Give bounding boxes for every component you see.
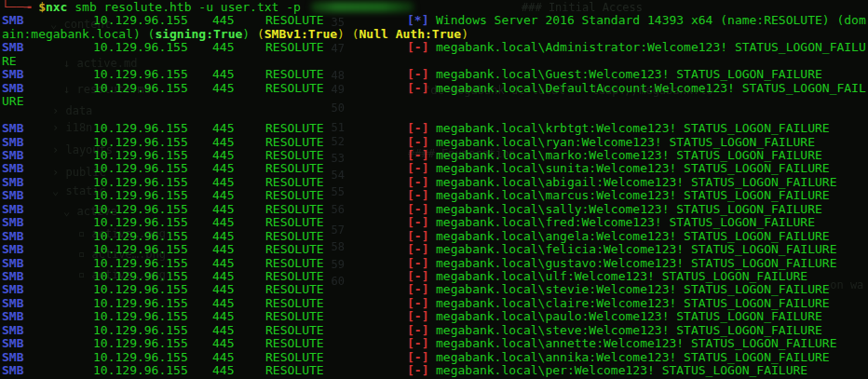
terminal-line: SMB10.129.96.155445RESOLUTE[-]megabank.l… bbox=[0, 337, 868, 351]
target-port: 445 bbox=[212, 230, 234, 243]
status-flag-icon: [*] bbox=[407, 14, 428, 27]
logon-failure-message: megabank.local\abigail:Welcome123! STATU… bbox=[436, 176, 836, 189]
terminal-line: SMB10.129.96.155445RESOLUTE[-]megabank.l… bbox=[0, 216, 868, 230]
smb-protocol-label: SMB bbox=[2, 189, 23, 202]
status-flag-icon: [-] bbox=[407, 270, 428, 283]
logon-failure-message: megabank.local\DefaultAccount:Welcome123… bbox=[436, 82, 866, 95]
target-port: 445 bbox=[212, 122, 234, 135]
terminal-line: SMB10.129.96.155445RESOLUTE[-]megabank.l… bbox=[0, 364, 868, 378]
target-port: 445 bbox=[212, 216, 234, 229]
terminal-line: URE bbox=[0, 95, 868, 109]
target-hostname: RESOLUTE bbox=[265, 337, 324, 350]
target-hostname: RESOLUTE bbox=[265, 68, 324, 81]
smb-protocol-label: SMB bbox=[2, 310, 23, 323]
wrapped-continuation: RE bbox=[2, 55, 17, 68]
logon-failure-message: megabank.local\marcus:Welcome123! STATUS… bbox=[436, 189, 830, 202]
target-hostname: RESOLUTE bbox=[265, 149, 324, 162]
terminal-window[interactable]: ### Initial Access ⌄ content↓ active.md↓… bbox=[0, 0, 868, 379]
target-hostname: RESOLUTE bbox=[265, 136, 324, 149]
target-hostname: RESOLUTE bbox=[265, 364, 324, 377]
shell-prompt: └──╼ $nxc smb resolute.htb -u user.txt -… bbox=[2, 1, 414, 14]
prompt-tail-icon: └──╼ bbox=[2, 0, 38, 14]
target-port: 445 bbox=[212, 68, 234, 81]
smb-protocol-label: SMB bbox=[2, 176, 23, 189]
target-ip: 10.129.96.155 bbox=[93, 324, 188, 337]
target-port: 445 bbox=[212, 243, 234, 256]
target-ip: 10.129.96.155 bbox=[93, 310, 188, 323]
host-info-segment: signing:True bbox=[155, 27, 242, 41]
terminal-line: SMB10.129.96.155445RESOLUTE[-]megabank.l… bbox=[0, 243, 868, 257]
target-ip: 10.129.96.155 bbox=[93, 297, 188, 310]
host-info-segment: Null Auth:True bbox=[359, 27, 462, 41]
host-info-message: Windows Server 2016 Standard 14393 x64 (… bbox=[436, 14, 866, 27]
prompt-dollar: $ bbox=[38, 0, 46, 14]
status-flag-icon: [-] bbox=[407, 310, 428, 323]
target-ip: 10.129.96.155 bbox=[93, 364, 188, 377]
target-hostname: RESOLUTE bbox=[265, 283, 324, 296]
status-flag-icon: [-] bbox=[407, 324, 428, 337]
target-ip: 10.129.96.155 bbox=[93, 41, 188, 54]
target-hostname: RESOLUTE bbox=[265, 230, 324, 243]
target-port: 445 bbox=[212, 310, 234, 323]
logon-failure-message: megabank.local\felicia:Welcome123! STATU… bbox=[436, 243, 836, 256]
terminal-line: SMB10.129.96.155445RESOLUTE[-]megabank.l… bbox=[0, 82, 868, 96]
logon-failure-message: megabank.local\angela:Welcome123! STATUS… bbox=[436, 230, 830, 243]
wrapped-continuation: URE bbox=[2, 95, 23, 108]
smb-protocol-label: SMB bbox=[2, 364, 23, 377]
logon-failure-message: megabank.local\stevie:Welcome123! STATUS… bbox=[436, 283, 830, 296]
logon-failure-message: megabank.local\ryan:Welcome123! STATUS_L… bbox=[436, 136, 815, 149]
target-ip: 10.129.96.155 bbox=[93, 243, 188, 256]
target-hostname: RESOLUTE bbox=[265, 243, 324, 256]
host-info-wrap: ain:megabank.local) (signing:True) (SMBv… bbox=[2, 28, 468, 41]
logon-failure-message: megabank.local\Guest:Welcome123! STATUS_… bbox=[436, 68, 822, 81]
status-flag-icon: [-] bbox=[407, 230, 428, 243]
target-hostname: RESOLUTE bbox=[265, 270, 324, 283]
target-port: 445 bbox=[212, 82, 234, 95]
target-ip: 10.129.96.155 bbox=[93, 176, 188, 189]
target-port: 445 bbox=[212, 149, 234, 162]
command-name: nxc bbox=[46, 0, 67, 14]
target-hostname: RESOLUTE bbox=[265, 203, 324, 216]
smb-protocol-label: SMB bbox=[2, 122, 23, 135]
target-port: 445 bbox=[212, 337, 234, 350]
status-flag-icon: [-] bbox=[407, 364, 428, 377]
target-ip: 10.129.96.155 bbox=[93, 149, 188, 162]
status-flag-icon: [-] bbox=[407, 122, 428, 135]
smb-protocol-label: SMB bbox=[2, 324, 23, 337]
logon-failure-message: megabank.local\per:Welcome123! STATUS_LO… bbox=[436, 364, 807, 377]
target-hostname: RESOLUTE bbox=[265, 351, 324, 364]
target-port: 445 bbox=[212, 270, 234, 283]
smb-protocol-label: SMB bbox=[2, 14, 23, 27]
target-ip: 10.129.96.155 bbox=[93, 189, 188, 202]
terminal-line: SMB10.129.96.155445RESOLUTE[-]megabank.l… bbox=[0, 122, 868, 136]
status-flag-icon: [-] bbox=[407, 162, 428, 175]
target-hostname: RESOLUTE bbox=[265, 257, 324, 270]
logon-failure-message: megabank.local\sally:Welcome123! STATUS_… bbox=[436, 203, 822, 216]
smb-protocol-label: SMB bbox=[2, 351, 23, 364]
target-hostname: RESOLUTE bbox=[265, 189, 324, 202]
target-hostname: RESOLUTE bbox=[265, 162, 324, 175]
target-ip: 10.129.96.155 bbox=[93, 270, 188, 283]
target-hostname: RESOLUTE bbox=[265, 14, 324, 27]
status-flag-icon: [-] bbox=[407, 82, 428, 95]
logon-failure-message: megabank.local\Administrator:Welcome123!… bbox=[436, 41, 866, 54]
status-flag-icon: [-] bbox=[407, 149, 428, 162]
smb-protocol-label: SMB bbox=[2, 41, 23, 54]
host-info-segment: ) bbox=[337, 27, 352, 41]
smb-protocol-label: SMB bbox=[2, 243, 23, 256]
logon-failure-message: megabank.local\sunita:Welcome123! STATUS… bbox=[436, 162, 830, 175]
host-info-segment: ) bbox=[461, 27, 468, 41]
status-flag-icon: [-] bbox=[407, 216, 428, 229]
target-ip: 10.129.96.155 bbox=[93, 230, 188, 243]
smb-protocol-label: SMB bbox=[2, 149, 23, 162]
status-flag-icon: [-] bbox=[407, 136, 428, 149]
status-flag-icon: [-] bbox=[407, 297, 428, 310]
target-port: 445 bbox=[212, 41, 234, 54]
smb-protocol-label: SMB bbox=[2, 136, 23, 149]
target-ip: 10.129.96.155 bbox=[93, 351, 188, 364]
host-info-segment: ( bbox=[352, 27, 359, 41]
smb-protocol-label: SMB bbox=[2, 216, 23, 229]
logon-failure-message: megabank.local\marko:Welcome123! STATUS_… bbox=[436, 149, 822, 162]
target-hostname: RESOLUTE bbox=[265, 82, 324, 95]
target-ip: 10.129.96.155 bbox=[93, 337, 188, 350]
